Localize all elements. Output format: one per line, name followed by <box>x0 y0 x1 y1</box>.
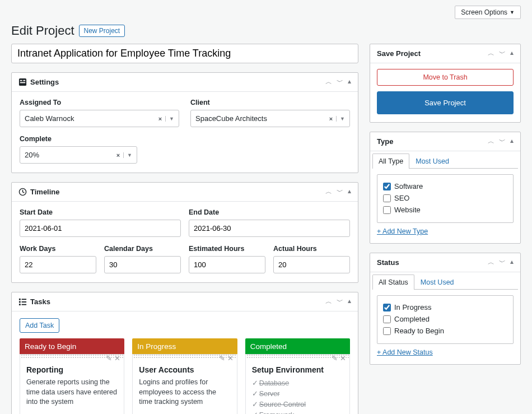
task-title: User Accounts <box>139 365 230 374</box>
clock-icon <box>18 188 27 196</box>
kanban-col-progress: In Progress ✎✕ User Accounts Logins and … <box>132 338 237 414</box>
svg-rect-8 <box>22 301 26 303</box>
collapse-icon[interactable]: ▴ <box>348 297 351 306</box>
save-heading: Save Project <box>377 49 421 58</box>
close-icon[interactable]: ✕ <box>114 354 120 362</box>
chevron-down-icon[interactable]: ▼ <box>123 152 132 158</box>
add-new-status-link[interactable]: + Add New Status <box>377 348 433 356</box>
new-project-button[interactable]: New Project <box>79 25 125 37</box>
move-up-icon[interactable]: ︿ <box>325 187 332 197</box>
svg-rect-10 <box>22 304 26 305</box>
tasks-heading: Tasks <box>30 297 50 306</box>
kanban-header-progress: In Progress <box>132 338 237 355</box>
move-up-icon[interactable]: ︿ <box>325 297 332 306</box>
kanban-header-ready: Ready to Begin <box>20 338 124 355</box>
checkbox[interactable] <box>383 304 391 311</box>
page-title: Edit Project <box>11 24 74 38</box>
assigned-to-label: Assigned To <box>20 99 179 106</box>
complete-select[interactable]: 20% ×▼ <box>20 146 137 164</box>
move-down-icon[interactable]: ﹀ <box>499 49 506 58</box>
save-project-button[interactable]: Save Project <box>377 91 514 114</box>
move-up-icon[interactable]: ︿ <box>488 258 494 267</box>
move-down-icon[interactable]: ﹀ <box>499 258 506 267</box>
task-card[interactable]: ✎✕ User Accounts Logins and profiles for… <box>132 354 237 414</box>
collapse-icon[interactable]: ▴ <box>510 49 514 58</box>
move-up-icon[interactable]: ︿ <box>325 77 332 87</box>
svg-rect-1 <box>20 80 22 81</box>
task-card[interactable]: ✎✕ Reporting Generate reports using the … <box>20 354 124 414</box>
settings-icon <box>18 78 27 86</box>
assigned-to-select[interactable]: Caleb Warnock ×▼ <box>20 110 179 127</box>
screen-options-button[interactable]: Screen Options ▼ <box>455 6 521 19</box>
start-date-label: Start Date <box>20 208 181 216</box>
tab-most-used-type[interactable]: Most Used <box>409 153 455 169</box>
type-option-website[interactable]: Website <box>383 204 507 216</box>
add-new-type-link[interactable]: + Add New Type <box>377 227 428 235</box>
clear-icon[interactable]: × <box>329 115 333 122</box>
svg-rect-5 <box>19 299 21 300</box>
task-title: Setup Environment <box>252 365 343 374</box>
tab-all-status[interactable]: All Status <box>372 275 414 290</box>
client-value: SpaceCube Architects <box>195 114 267 123</box>
collapse-icon[interactable]: ▴ <box>348 187 351 197</box>
chevron-down-icon[interactable]: ▼ <box>165 116 174 122</box>
estimated-hours-input[interactable] <box>189 256 265 273</box>
work-days-input[interactable] <box>20 256 96 273</box>
edit-icon[interactable]: ✎ <box>219 354 225 362</box>
type-heading: Type <box>377 137 393 146</box>
move-down-icon[interactable]: ﹀ <box>337 297 343 306</box>
collapse-icon[interactable]: ▴ <box>510 258 514 267</box>
task-subitems: Database Server Source Control Framework <box>252 378 343 414</box>
task-card[interactable]: ✎✕ Setup Environment Database Server Sou… <box>245 354 350 414</box>
clear-icon[interactable]: × <box>158 115 162 122</box>
collapse-icon[interactable]: ▴ <box>348 77 351 87</box>
status-option-completed[interactable]: Completed <box>383 313 507 325</box>
checkbox[interactable] <box>383 206 391 214</box>
list-item: Server <box>252 388 343 399</box>
add-task-button[interactable]: Add Task <box>20 318 59 333</box>
checkbox[interactable] <box>383 183 391 190</box>
actual-hours-input[interactable] <box>273 256 350 273</box>
close-icon[interactable]: ✕ <box>340 354 346 362</box>
save-project-box: Save Project ︿ ﹀ ▴ Move to Trash Save Pr… <box>370 44 521 123</box>
move-down-icon[interactable]: ﹀ <box>499 137 506 146</box>
tab-all-type[interactable]: All Type <box>372 153 409 169</box>
end-date-input[interactable] <box>189 220 350 237</box>
timeline-heading: Timeline <box>30 188 60 196</box>
status-option-in-progress[interactable]: In Progress <box>383 301 507 313</box>
svg-rect-9 <box>19 304 21 305</box>
edit-icon[interactable]: ✎ <box>332 354 338 362</box>
type-option-seo[interactable]: SEO <box>383 192 507 204</box>
task-desc: Generate reports using the time data use… <box>26 378 118 407</box>
client-select[interactable]: SpaceCube Architects ×▼ <box>190 110 350 127</box>
checkbox[interactable] <box>383 327 391 335</box>
complete-label: Complete <box>20 135 137 143</box>
move-to-trash-button[interactable]: Move to Trash <box>377 69 514 86</box>
calendar-days-label: Calendar Days <box>104 245 181 253</box>
tab-most-used-status[interactable]: Most Used <box>414 275 460 290</box>
type-option-software[interactable]: Software <box>383 180 507 192</box>
close-icon[interactable]: ✕ <box>227 354 234 362</box>
kanban-header-done: Completed <box>245 338 350 355</box>
collapse-icon[interactable]: ▴ <box>510 137 514 146</box>
list-icon <box>18 297 27 306</box>
move-up-icon[interactable]: ︿ <box>488 137 494 146</box>
checkbox[interactable] <box>383 315 391 323</box>
checkbox[interactable] <box>383 194 391 202</box>
status-option-ready[interactable]: Ready to Begin <box>383 325 507 337</box>
complete-value: 20% <box>25 151 39 159</box>
clear-icon[interactable]: × <box>116 152 120 159</box>
move-up-icon[interactable]: ︿ <box>488 49 494 58</box>
task-title: Reporting <box>26 365 118 374</box>
list-item: Database <box>252 378 343 388</box>
calendar-days-input[interactable] <box>104 256 181 273</box>
move-down-icon[interactable]: ﹀ <box>337 187 343 197</box>
status-box: Status ︿ ﹀ ▴ All Status Most Used In Pro… <box>370 253 521 365</box>
tasks-box: Tasks ︿ ﹀ ▴ Add Task Ready to Begin <box>11 292 358 414</box>
estimated-hours-label: Estimated Hours <box>189 245 265 253</box>
move-down-icon[interactable]: ﹀ <box>337 77 343 87</box>
start-date-input[interactable] <box>20 220 181 237</box>
chevron-down-icon[interactable]: ▼ <box>336 116 345 122</box>
edit-icon[interactable]: ✎ <box>106 354 112 362</box>
project-title-input[interactable] <box>11 44 358 63</box>
